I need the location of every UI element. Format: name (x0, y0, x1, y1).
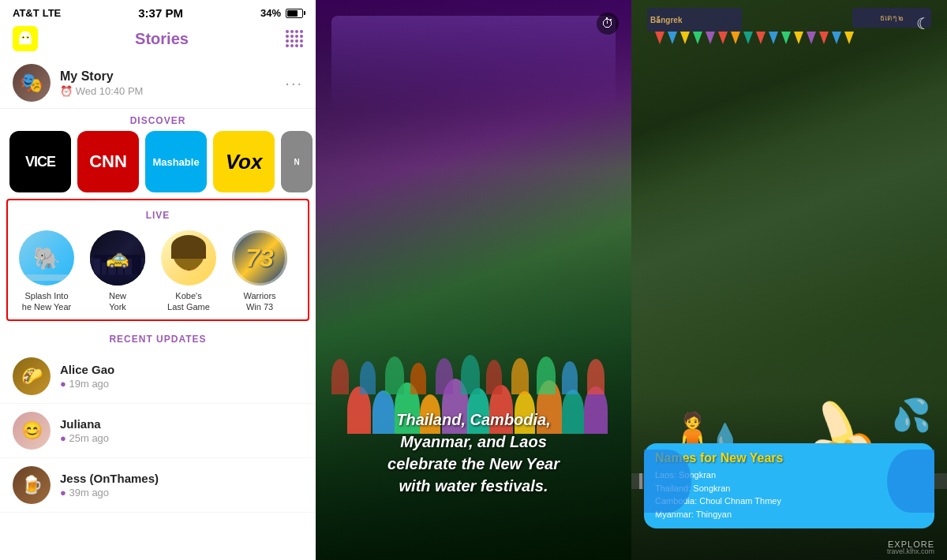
battery-icon (286, 9, 303, 18)
ny-art: 🚕 (90, 230, 145, 286)
stories-title: Stories (135, 30, 189, 48)
status-left: AT&T LTE (13, 7, 61, 19)
vice-logo: VICE (25, 154, 55, 170)
my-story-name: My Story (60, 69, 275, 84)
discover-row: VICE CNN Mashable Vox N (0, 131, 316, 199)
live-label: LIVE (14, 203, 301, 226)
vox-logo: Vox (226, 150, 263, 174)
app-header: Stories (0, 23, 316, 58)
splash-label: Splash Intohe New Year (22, 290, 71, 313)
juliana-time: ● 25m ago (60, 432, 109, 444)
svg-point-6 (27, 37, 28, 39)
recent-item-juliana[interactable]: 😊 Juliana ● 25m ago (0, 404, 316, 458)
kobe-circle: 🏀 (161, 230, 216, 286)
right-panel: Bắngrek ธเดๆ ๒ (631, 0, 947, 560)
live-item-kobe[interactable]: 🏀 Kobe'sLast Game (156, 230, 221, 313)
clock-icon: ⏰ (60, 85, 76, 97)
alice-name: Alice Gao (60, 363, 114, 376)
more-options[interactable]: ··· (285, 74, 303, 92)
discover-label: DISCOVER (0, 109, 316, 131)
warriors-circle: 73 (232, 230, 287, 286)
recent-label: RECENT UPDATES (0, 327, 316, 349)
bubble-line-4: Myanmar: Thingyan (655, 508, 923, 521)
network-label: LTE (43, 7, 62, 19)
recent-section: RECENT UPDATES 🌮 Alice Gao ● 19m ago 😊 J… (0, 327, 316, 513)
jess-name: Jess (OnThames) (60, 472, 159, 485)
battery-percent: 34% (260, 7, 281, 19)
discover-vice[interactable]: VICE (9, 131, 71, 192)
splash-deco-right (887, 450, 934, 513)
mashable-logo: Mashable (152, 156, 199, 168)
juliana-info: Juliana ● 25m ago (60, 417, 109, 444)
alice-time: ● 19m ago (60, 378, 114, 390)
timer-icon[interactable]: ⏱ (597, 13, 619, 35)
my-story-time: ⏰ Wed 10:40 PM (60, 85, 275, 97)
middle-panel: ⏱ Thailand, Cambodia,Myanmar, and Laosce… (316, 0, 631, 560)
ghost-icon[interactable] (13, 26, 38, 51)
bubble-line-1: Laos: Songkran (655, 469, 923, 482)
juliana-name: Juliana (60, 417, 109, 431)
svg-point-5 (23, 37, 24, 39)
splash-deco-left (644, 450, 691, 513)
bubble-line-3: Cambodia: Choul Chnam Thmey (655, 495, 923, 508)
story-time-text: Wed 10:40 PM (76, 85, 144, 97)
warriors-art: 73 (232, 230, 287, 286)
my-story-avatar: 🎭 (13, 64, 51, 102)
discover-mashable[interactable]: Mashable (145, 131, 207, 192)
status-bar: AT&T LTE 3:37 PM 34% (0, 0, 316, 23)
kobe-art: 🏀 (161, 230, 216, 286)
alice-avatar: 🌮 (13, 357, 51, 395)
recent-item-alice[interactable]: 🌮 Alice Gao ● 19m ago (0, 349, 316, 404)
newyork-circle: 🚕 (90, 230, 145, 286)
cnn-logo: CNN (89, 151, 127, 172)
grid-icon[interactable] (286, 30, 303, 47)
alice-info: Alice Gao ● 19m ago (60, 363, 114, 390)
discover-cnn[interactable]: CNN (77, 131, 139, 192)
discover-more[interactable]: N (281, 131, 313, 192)
live-item-warriors[interactable]: 73 WarriorsWin 73 (227, 230, 292, 313)
juliana-avatar: 😊 (13, 412, 51, 450)
left-panel: AT&T LTE 3:37 PM 34% Stories (0, 0, 316, 560)
stage-area (331, 16, 616, 110)
splash-effect: 💦 (892, 397, 931, 434)
moon-icon[interactable]: ☾ (912, 13, 934, 35)
bubble-line-2: Thailand: Songkran (655, 482, 923, 495)
ng-logo: N (294, 158, 299, 166)
bubble-content: Laos: Songkran Thailand: Songkran Cambod… (655, 469, 923, 521)
info-bubble: Names for New Years Laos: Songkran Thail… (644, 443, 934, 528)
bubble-title: Names for New Years (655, 451, 923, 465)
middle-video-bg: ⏱ Thailand, Cambodia,Myanmar, and Laosce… (316, 0, 631, 560)
taxi-icon: 🚕 (106, 247, 129, 269)
watermark: travel.klhx.com (887, 547, 934, 555)
my-story-info: My Story ⏰ Wed 10:40 PM (60, 69, 275, 97)
newyork-label: NewYork (109, 290, 126, 313)
status-right: 34% (260, 7, 303, 19)
jess-info: Jess (OnThames) ● 39m ago (60, 472, 159, 498)
splash-art: 🐘 (19, 230, 74, 286)
carrier-label: AT&T (13, 7, 39, 19)
live-item-newyork[interactable]: 🚕 NewYork (85, 230, 150, 313)
my-story-row[interactable]: 🎭 My Story ⏰ Wed 10:40 PM ··· (0, 58, 316, 109)
building-area: Bắngrek ธเดๆ ๒ (639, 8, 939, 166)
bunting (639, 32, 939, 44)
splash-circle: 🐘 (19, 230, 74, 286)
discover-vox[interactable]: Vox (213, 131, 275, 192)
recent-item-jess[interactable]: 🍺 Jess (OnThames) ● 39m ago (0, 458, 316, 513)
live-section: LIVE 🐘 Splash Intohe New Year (6, 199, 309, 321)
elephant-icon: 🐘 (33, 245, 61, 271)
jess-avatar: 🍺 (13, 466, 51, 504)
live-item-splash[interactable]: 🐘 Splash Intohe New Year (14, 230, 79, 313)
live-grid: 🐘 Splash Intohe New Year (14, 230, 301, 313)
right-video-bg: Bắngrek ธเดๆ ๒ (631, 0, 947, 560)
mid-caption: Thailand, Cambodia,Myanmar, and Laoscele… (316, 409, 631, 497)
warriors-label: WarriorsWin 73 (243, 290, 275, 313)
time-label: 3:37 PM (138, 6, 183, 20)
kobe-label: Kobe'sLast Game (167, 290, 210, 313)
jess-time: ● 39m ago (60, 487, 159, 498)
ghost-svg (17, 30, 34, 47)
